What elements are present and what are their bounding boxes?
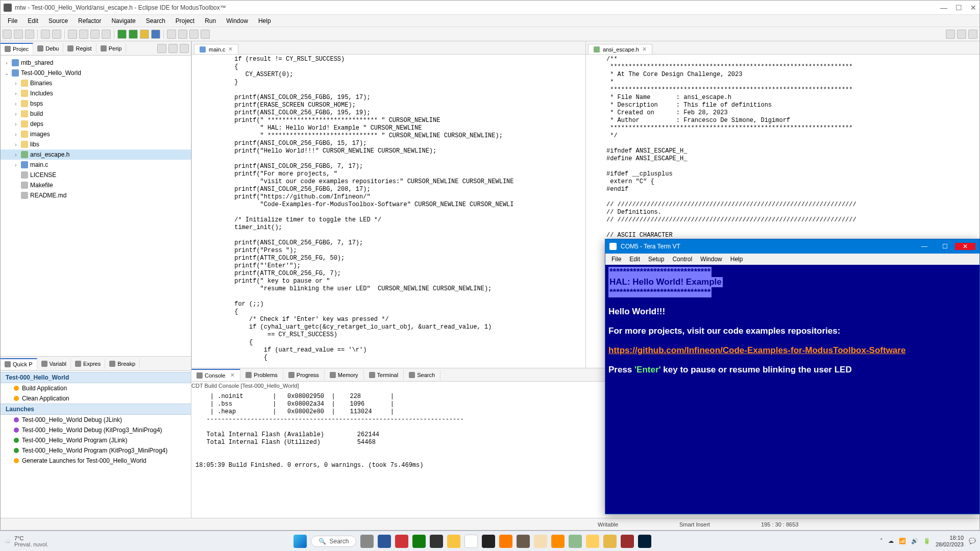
tree-item-readme[interactable]: README.md — [1, 190, 191, 201]
view-menu-icon[interactable] — [180, 44, 189, 53]
taskbar-app-chrome[interactable] — [464, 535, 478, 548]
teraterm-terminal[interactable]: ****************************** HAL: Hell… — [605, 265, 979, 514]
quick-launch-program-kitprog[interactable]: Test-000_Hello_World Program (KitProg3_M… — [1, 445, 191, 456]
tree-item-ansi-escape-h[interactable]: ›ansi_escape.h — [1, 149, 191, 160]
tab-variables[interactable]: Variabl — [37, 359, 71, 369]
taskbar-app-modustoolbox[interactable] — [621, 535, 634, 548]
menu-help[interactable]: Help — [253, 16, 276, 26]
tb-profile-icon[interactable] — [140, 30, 149, 39]
eclipse-titlebar[interactable]: mtw - Test-000_Hello_World/ansi_escape.h… — [1, 1, 979, 15]
tt-menu-help[interactable]: Help — [726, 255, 747, 264]
taskview-icon[interactable] — [360, 535, 374, 548]
tab-registers[interactable]: Regist — [63, 43, 96, 54]
quick-launch-debug-jlink[interactable]: Test-000_Hello_World Debug (JLink) — [1, 415, 191, 425]
taskbar-app-f[interactable] — [551, 535, 565, 548]
teraterm-titlebar[interactable]: COM5 - Tera Term VT — ☐ ✕ — [605, 239, 979, 254]
tab-expressions[interactable]: Expres — [71, 359, 105, 369]
quick-launch-program-jlink[interactable]: Test-000_Hello_World Program (JLink) — [1, 435, 191, 445]
tt-menu-setup[interactable]: Setup — [644, 255, 668, 264]
tb-saveall-icon[interactable] — [25, 30, 34, 39]
tree-item-build[interactable]: ›build — [1, 109, 191, 119]
teraterm-min-icon[interactable]: — — [914, 243, 935, 250]
tt-menu-edit[interactable]: Edit — [625, 255, 644, 264]
tab-search-view[interactable]: Search — [404, 370, 440, 380]
tb-restart-icon[interactable] — [102, 30, 111, 39]
tb-hammer-icon[interactable] — [52, 30, 61, 39]
tt-menu-window[interactable]: Window — [696, 255, 726, 264]
collapse-all-icon[interactable] — [157, 44, 166, 53]
menu-search[interactable]: Search — [141, 16, 170, 26]
tb-build-icon[interactable] — [41, 30, 50, 39]
teraterm-window[interactable]: COM5 - Tera Term VT — ☐ ✕ File Edit Setu… — [605, 239, 980, 514]
close-icon[interactable]: ✕ — [228, 46, 233, 53]
tab-breakpoints[interactable]: Breakp — [105, 359, 140, 369]
taskbar-app-xbox[interactable] — [412, 535, 426, 548]
taskbar-app-o[interactable] — [534, 535, 547, 548]
tab-terminal[interactable]: Terminal — [364, 370, 404, 380]
battery-icon[interactable]: 🔋 — [923, 538, 930, 544]
quick-clean[interactable]: Clean Application — [1, 393, 191, 404]
tb-run-icon[interactable] — [117, 30, 127, 39]
quick-launch-debug-kitprog[interactable]: Test-000_Hello_World Debug (KitProg3_Min… — [1, 425, 191, 435]
tab-progress[interactable]: Progress — [283, 370, 325, 380]
tb-step-icon[interactable] — [68, 30, 77, 39]
tb-back-icon[interactable] — [189, 30, 199, 39]
tt-link[interactable]: https://github.com/Infineon/Code-Example… — [608, 345, 905, 355]
taskbar-app-notepadpp[interactable] — [569, 535, 582, 548]
tb-extern-icon[interactable] — [151, 30, 160, 39]
tb-quick-access-icon[interactable] — [946, 30, 955, 39]
tb-search-icon[interactable] — [167, 30, 176, 39]
chevron-up-icon[interactable]: ˄ — [880, 538, 883, 544]
link-editor-icon[interactable] — [168, 44, 178, 53]
menu-run[interactable]: Run — [200, 16, 221, 26]
tree-item-binaries[interactable]: ›Binaries — [1, 78, 191, 88]
tab-quick-panel[interactable]: Quick P — [1, 358, 37, 369]
eclipse-close-icon[interactable]: ✕ — [970, 4, 976, 12]
editor-main-c-body[interactable]: if (result != CY_RSLT_SUCCESS) { CY_ASSE… — [192, 55, 585, 368]
menu-source[interactable]: Source — [43, 16, 73, 26]
eclipse-max-icon[interactable]: ☐ — [955, 4, 962, 12]
close-icon[interactable]: ✕ — [642, 46, 647, 53]
editor-tab-main-c[interactable]: main.c✕ — [194, 44, 238, 54]
taskbar-app-inkscape[interactable] — [430, 535, 443, 548]
taskbar-app-explorer[interactable] — [447, 535, 460, 548]
tb-stop-icon[interactable] — [90, 30, 100, 39]
project-explorer[interactable]: ›mtb_shared ⌄Test-000_Hello_World ›Binar… — [1, 56, 191, 357]
tree-item-project[interactable]: ⌄Test-000_Hello_World — [1, 68, 191, 78]
taskbar-app-stickies[interactable] — [586, 535, 599, 548]
teraterm-close-icon[interactable]: ✕ — [955, 243, 975, 250]
taskbar-app-todoist[interactable] — [395, 535, 408, 548]
tree-item-includes[interactable]: ›Includes — [1, 88, 191, 98]
tb-debug-icon[interactable] — [129, 30, 138, 39]
taskbar-app-gimp[interactable] — [517, 535, 530, 548]
tb-open-icon[interactable] — [178, 30, 187, 39]
menu-window[interactable]: Window — [221, 16, 253, 26]
tab-debug[interactable]: Debu — [33, 43, 63, 54]
tb-new-icon[interactable] — [3, 30, 12, 39]
start-button[interactable] — [293, 535, 307, 548]
tree-item-mtb-shared[interactable]: ›mtb_shared — [1, 58, 191, 68]
editor-tab-ansi-escape-h[interactable]: ansi_escape.h✕ — [588, 44, 652, 54]
menu-refactor[interactable]: Refactor — [73, 16, 106, 26]
taskbar-clock[interactable]: 18:10 28/02/2023 — [936, 535, 964, 548]
tab-project-explorer[interactable]: Projec — [1, 43, 33, 54]
menu-file[interactable]: File — [3, 16, 22, 26]
taskbar-search[interactable]: 🔍 Search — [311, 536, 356, 547]
quick-section-launches[interactable]: Launches — [1, 404, 191, 415]
quick-section-project[interactable]: Test-000_Hello_World — [1, 372, 191, 383]
taskbar-app-vlc[interactable] — [499, 535, 512, 548]
tree-item-main-c[interactable]: ›main.c — [1, 160, 191, 170]
quick-build[interactable]: Build Application — [1, 383, 191, 393]
tb-skip-icon[interactable] — [79, 30, 88, 39]
volume-icon[interactable]: 🔊 — [911, 538, 918, 544]
wifi-icon[interactable]: 📶 — [899, 538, 906, 544]
tb-fwd-icon[interactable] — [201, 30, 210, 39]
taskbar-app-teraterm[interactable] — [603, 535, 617, 548]
eclipse-min-icon[interactable]: — — [940, 4, 947, 12]
onedrive-icon[interactable]: ☁ — [888, 538, 894, 544]
tb-persp-c-icon[interactable] — [957, 30, 966, 39]
tab-peripherals[interactable]: Perip — [96, 43, 127, 54]
menu-edit[interactable]: Edit — [22, 16, 43, 26]
tab-memory[interactable]: Memory — [325, 370, 364, 380]
close-icon[interactable]: ✕ — [230, 372, 235, 379]
